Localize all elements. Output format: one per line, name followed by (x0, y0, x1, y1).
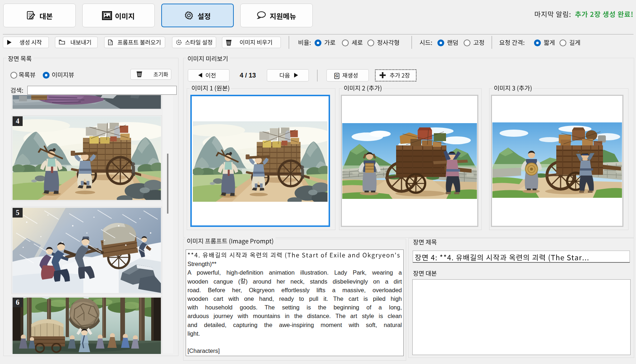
svg-text:G: G (335, 74, 338, 78)
